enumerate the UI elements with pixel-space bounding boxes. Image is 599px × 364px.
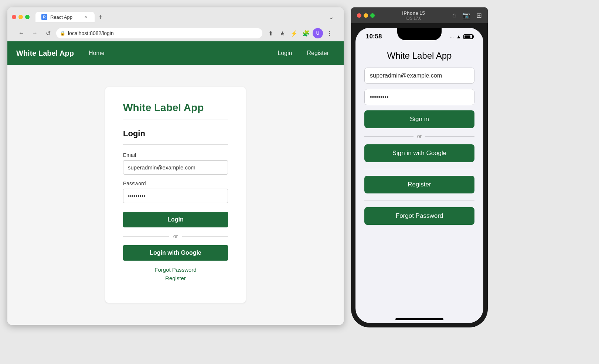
toolbar-actions: ⬆ ★ ⚡ 🧩 U ⋮ <box>265 28 335 38</box>
app-main: White Label App Login Email Password Log… <box>7 65 344 325</box>
new-tab-button[interactable]: + <box>95 11 106 23</box>
battery-tip <box>473 35 474 38</box>
login-section-title: Login <box>123 129 228 138</box>
forgot-password-link[interactable]: Forgot Password <box>123 267 228 273</box>
forward-button[interactable]: → <box>30 28 40 38</box>
xcode-action-icons: ⌂ 📷 ⊞ <box>452 11 482 20</box>
google-login-button[interactable]: Login with Google <box>123 245 228 261</box>
email-form-group: Email <box>123 152 228 175</box>
password-label: Password <box>123 181 228 186</box>
lightning-button[interactable]: ⚡ <box>289 28 299 38</box>
iphone-sign-in-button[interactable]: Sign in <box>364 110 474 128</box>
nav-home-link[interactable]: Home <box>83 47 110 59</box>
app-nav-right: Login Register <box>272 47 335 59</box>
share-button[interactable]: ⬆ <box>265 28 276 38</box>
password-form-group: Password <box>123 181 228 203</box>
xcode-maximize-light[interactable] <box>370 13 375 18</box>
xcode-minimize-light[interactable] <box>364 13 368 18</box>
app-navbar: White Label App Home Login Register <box>7 41 344 65</box>
iphone-time: 10:58 <box>366 33 382 40</box>
close-traffic-light[interactable] <box>12 15 16 19</box>
address-bar[interactable] <box>56 28 262 38</box>
iphone-or-divider: or <box>364 133 474 139</box>
minimize-traffic-light[interactable] <box>18 15 23 19</box>
browser-controls-row: R React App × + ⌄ <box>12 11 339 23</box>
user-avatar-button[interactable]: U <box>313 28 323 38</box>
login-card: White Label App Login Email Password Log… <box>105 87 246 303</box>
login-button[interactable]: Login <box>123 212 228 227</box>
app-content: White Label App Home Login Register Whit… <box>7 41 344 325</box>
back-button[interactable]: ← <box>16 28 27 38</box>
xcode-close-light[interactable] <box>357 13 361 18</box>
nav-register-link[interactable]: Register <box>301 47 335 59</box>
app-nav-links: Home <box>83 47 272 59</box>
browser-toolbar: ← → ↺ 🔒 ⬆ ★ ⚡ 🧩 U ⋮ <box>12 26 339 41</box>
more-menu-button[interactable]: ⋮ <box>324 28 335 38</box>
card-divider <box>123 120 228 120</box>
browser-titlebar: R React App × + ⌄ ← → ↺ 🔒 ⬆ ★ ⚡ <box>7 7 344 41</box>
signal-icon: ··· <box>450 34 454 40</box>
tab-favicon: R <box>41 14 47 20</box>
email-label: Email <box>123 152 228 158</box>
iphone-frame: 10:58 ··· ▲ White Label App Sign in <box>351 23 488 327</box>
login-links: Forgot Password Register <box>123 267 228 281</box>
iphone-google-button[interactable]: Sign in with Google <box>364 144 474 162</box>
maximize-traffic-light[interactable] <box>25 15 30 19</box>
iphone-app-content: White Label App Sign in or Sign in with … <box>355 43 483 314</box>
xcode-home-button[interactable]: ⌂ <box>452 11 456 20</box>
tab-title: React App <box>50 14 72 20</box>
iphone-or-text: or <box>417 133 422 139</box>
active-tab[interactable]: R React App × <box>35 12 95 22</box>
iphone-divider-2 <box>364 200 474 200</box>
register-link[interactable]: Register <box>123 275 228 281</box>
or-divider: or <box>123 233 228 239</box>
tab-close-button[interactable]: × <box>83 14 89 20</box>
xcode-traffic-lights <box>357 13 375 18</box>
xcode-camera-button[interactable]: 📷 <box>462 11 470 20</box>
xcode-ios-version: iOS 17.0 <box>406 16 422 20</box>
bookmark-button[interactable]: ★ <box>277 28 287 38</box>
iphone-section: iPhone 15 iOS 17.0 ⌂ 📷 ⊞ 10:58 ··· ▲ <box>351 7 488 327</box>
wifi-icon: ▲ <box>456 34 461 40</box>
card-title: White Label App <box>123 102 228 114</box>
iphone-divider-1 <box>364 169 474 169</box>
battery-fill <box>464 35 470 38</box>
nav-login-link[interactable]: Login <box>272 47 298 59</box>
iphone-home-bar <box>395 318 443 320</box>
xcode-toolbar: iPhone 15 iOS 17.0 ⌂ 📷 ⊞ <box>351 7 488 23</box>
extensions-button[interactable]: 🧩 <box>301 28 311 38</box>
iphone-password-input[interactable] <box>364 89 474 105</box>
iphone-email-input[interactable] <box>364 68 474 84</box>
password-input[interactable] <box>123 189 228 203</box>
or-text: or <box>173 233 178 239</box>
email-input[interactable] <box>123 160 228 175</box>
tab-bar: R React App × + <box>35 11 106 23</box>
app-brand: White Label App <box>16 49 74 58</box>
refresh-button[interactable]: ↺ <box>43 28 53 38</box>
lock-icon: 🔒 <box>60 31 65 36</box>
xcode-device-info: iPhone 15 iOS 17.0 <box>381 10 446 20</box>
traffic-lights <box>12 15 30 19</box>
iphone-register-button[interactable]: Register <box>364 176 474 193</box>
iphone-forgot-button[interactable]: Forgot Password <box>364 207 474 225</box>
battery-icon <box>463 34 473 39</box>
iphone-app-title: White Label App <box>364 51 474 61</box>
xcode-device-name: iPhone 15 <box>402 10 425 16</box>
browser-window: R React App × + ⌄ ← → ↺ 🔒 ⬆ ★ ⚡ <box>7 7 344 325</box>
section-divider <box>123 144 228 145</box>
iphone-screen: 10:58 ··· ▲ White Label App Sign in <box>355 28 483 323</box>
xcode-apps-button[interactable]: ⊞ <box>476 11 482 20</box>
iphone-status-icons: ··· ▲ <box>450 34 473 40</box>
iphone-notch <box>397 28 442 40</box>
address-bar-container: 🔒 <box>56 28 262 38</box>
browser-menu-button[interactable]: ⌄ <box>326 12 336 22</box>
